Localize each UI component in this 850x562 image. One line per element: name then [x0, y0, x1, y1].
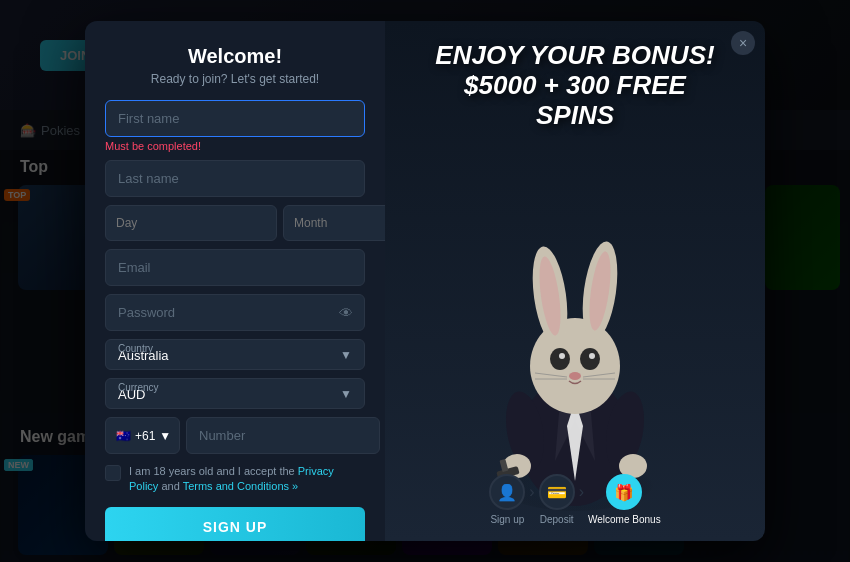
last-name-group: [105, 160, 365, 197]
dob-day-input[interactable]: [105, 205, 277, 241]
step-signup-icon: 👤: [489, 474, 525, 510]
step-bonus-icon: 🎁: [606, 474, 642, 510]
step-signup: 👤 Sign up: [489, 474, 525, 525]
step-bonus-label: Welcome Bonus: [588, 514, 661, 525]
step-welcome-bonus: 🎁 Welcome Bonus: [588, 474, 661, 525]
terms-label: I am 18 years old and I accept the Priva…: [129, 464, 365, 495]
modal-bonus-panel: × ENJOY YOUR BONUS! $5000 + 300 FREE SPI…: [385, 21, 765, 541]
svg-point-12: [559, 353, 565, 359]
password-group: 👁: [105, 294, 365, 331]
step-arrow-2: ›: [579, 483, 584, 517]
step-deposit-label: Deposit: [540, 514, 574, 525]
bonus-line1: ENJOY YOUR BONUS!: [405, 41, 745, 71]
close-button[interactable]: ×: [731, 31, 755, 55]
phone-row: 🇦🇺 +61 ▼: [105, 417, 365, 454]
registration-modal: Welcome! Ready to join? Let's get starte…: [85, 21, 765, 541]
country-value: Australia: [118, 344, 352, 363]
svg-point-11: [580, 348, 600, 370]
dob-row: [105, 205, 365, 241]
email-input[interactable]: [105, 249, 365, 286]
first-name-input[interactable]: [105, 100, 365, 137]
step-deposit: 💳 Deposit: [539, 474, 575, 525]
currency-select-wrapper: Currency AUD ▼: [105, 378, 365, 409]
email-group: [105, 249, 365, 286]
svg-point-13: [589, 353, 595, 359]
phone-dropdown-icon: ▼: [159, 429, 171, 443]
phone-number-input[interactable]: [186, 417, 380, 454]
first-name-error: Must be completed!: [105, 140, 365, 152]
sign-up-button[interactable]: SIGN UP: [105, 507, 365, 541]
password-input[interactable]: [105, 294, 365, 331]
registration-steps: 👤 Sign up › 💳 Deposit › 🎁 Welcome Bonus: [385, 474, 765, 525]
bonus-text-block: ENJOY YOUR BONUS! $5000 + 300 FREE SPINS: [385, 41, 765, 131]
bonus-line2: $5000 + 300 FREE: [405, 71, 745, 101]
step-signup-label: Sign up: [490, 514, 524, 525]
svg-point-10: [550, 348, 570, 370]
svg-point-5: [530, 318, 620, 414]
svg-point-14: [569, 372, 581, 380]
phone-code: +61: [135, 429, 155, 443]
modal-title: Welcome!: [105, 45, 365, 68]
password-eye-icon[interactable]: 👁: [339, 305, 353, 321]
bonus-line3: SPINS: [405, 101, 745, 131]
terms-checkbox-row: I am 18 years old and I accept the Priva…: [105, 464, 365, 495]
currency-label: Currency: [118, 382, 159, 393]
modal-subtitle: Ready to join? Let's get started!: [105, 72, 365, 86]
step-arrow-1: ›: [529, 483, 534, 517]
step-deposit-icon: 💳: [539, 474, 575, 510]
terms-checkbox[interactable]: [105, 465, 121, 481]
country-label: Country: [118, 343, 153, 354]
phone-flag-selector[interactable]: 🇦🇺 +61 ▼: [105, 417, 180, 454]
last-name-input[interactable]: [105, 160, 365, 197]
first-name-group: Must be completed!: [105, 100, 365, 152]
terms-conditions-link[interactable]: Terms and Conditions »: [183, 480, 299, 492]
country-select-wrapper: Country Australia ▼: [105, 339, 365, 370]
modal-form-panel: Welcome! Ready to join? Let's get starte…: [85, 21, 385, 541]
flag-emoji: 🇦🇺: [116, 429, 131, 443]
